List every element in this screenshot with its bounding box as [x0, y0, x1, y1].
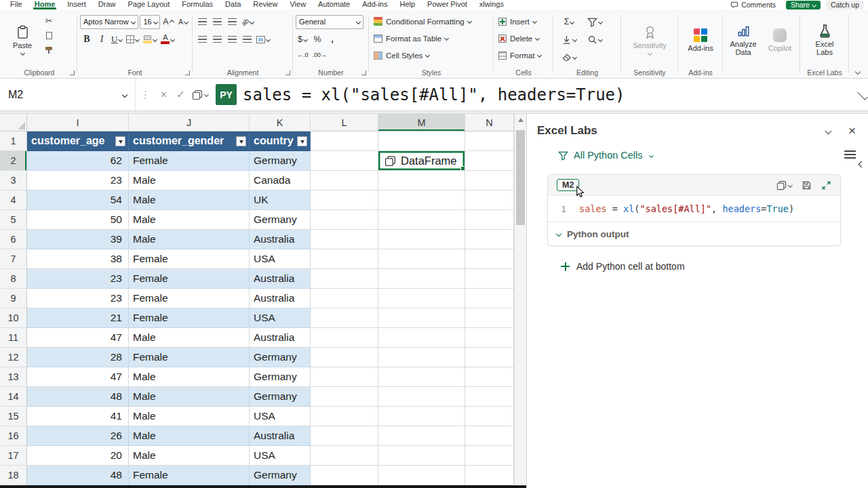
- font-dialog-launcher[interactable]: [185, 70, 190, 75]
- column-header-N[interactable]: N: [465, 114, 514, 131]
- data-cell[interactable]: 62: [27, 151, 129, 171]
- conditional-formatting-button[interactable]: Conditional Formatting: [372, 13, 491, 30]
- close-icon[interactable]: ×: [848, 126, 856, 136]
- empty-cell[interactable]: [311, 348, 378, 367]
- tab-xlwings[interactable]: xlwings: [473, 0, 510, 9]
- tab-draw[interactable]: Draw: [92, 0, 122, 9]
- data-cell[interactable]: Germany: [250, 348, 311, 367]
- empty-cell[interactable]: [465, 446, 514, 466]
- empty-cell[interactable]: [311, 269, 378, 289]
- empty-cell[interactable]: [465, 210, 514, 230]
- align-left-button[interactable]: [195, 32, 209, 47]
- number-dialog-launcher[interactable]: [361, 70, 366, 75]
- row-header-8[interactable]: 8: [0, 269, 27, 289]
- font-color-button[interactable]: A: [159, 32, 176, 47]
- empty-cell[interactable]: [465, 171, 514, 190]
- python-output-section[interactable]: Python output: [548, 222, 840, 245]
- empty-cell[interactable]: [311, 367, 378, 387]
- empty-cell[interactable]: [378, 131, 465, 151]
- row-header-15[interactable]: 15: [0, 407, 27, 426]
- fill-color-button[interactable]: [142, 32, 158, 47]
- data-cell[interactable]: Male: [129, 426, 250, 446]
- sensitivity-button[interactable]: Sensitivity: [631, 13, 668, 67]
- align-bottom-button[interactable]: [225, 14, 239, 29]
- autosum-button[interactable]: Σ: [562, 14, 576, 29]
- data-cell[interactable]: Australia: [250, 289, 311, 308]
- empty-cell[interactable]: [378, 171, 465, 190]
- tab-formulas[interactable]: Formulas: [176, 0, 219, 9]
- row-header-5[interactable]: 5: [0, 210, 27, 230]
- empty-cell[interactable]: [311, 387, 378, 407]
- empty-cell[interactable]: [465, 466, 514, 485]
- decrease-decimal-button[interactable]: .00→: [311, 47, 329, 62]
- empty-cell[interactable]: [465, 151, 514, 171]
- share-button[interactable]: Share: [786, 1, 821, 9]
- empty-cell[interactable]: [378, 328, 465, 348]
- data-cell[interactable]: Germany: [250, 367, 311, 387]
- pane-collapse-icon[interactable]: [825, 127, 831, 134]
- tab-review[interactable]: Review: [247, 0, 283, 9]
- empty-cell[interactable]: [465, 348, 514, 367]
- data-cell[interactable]: 48: [27, 387, 129, 407]
- find-select-button[interactable]: [586, 32, 604, 47]
- cancel-button[interactable]: ×: [155, 89, 172, 101]
- empty-cell[interactable]: [378, 249, 465, 269]
- analyze-data-button[interactable]: Analyze Data: [726, 13, 761, 67]
- tab-file[interactable]: File: [4, 0, 28, 9]
- empty-cell[interactable]: [378, 308, 465, 328]
- data-cell[interactable]: Germany: [250, 466, 311, 485]
- font-name-combo[interactable]: Aptos Narrow: [80, 15, 138, 29]
- filter-button[interactable]: [115, 136, 125, 146]
- column-header-L[interactable]: L: [311, 114, 378, 131]
- empty-cell[interactable]: [311, 328, 378, 348]
- empty-cell[interactable]: [465, 328, 514, 348]
- data-cell[interactable]: 28: [27, 348, 129, 367]
- comma-style-button[interactable]: ,: [326, 32, 339, 47]
- borders-button[interactable]: [125, 32, 140, 47]
- column-header-M[interactable]: M: [378, 114, 465, 131]
- select-all-corner[interactable]: [0, 114, 27, 131]
- data-cell[interactable]: Female: [129, 348, 250, 367]
- cut-button[interactable]: ✂: [42, 13, 56, 28]
- data-cell[interactable]: 21: [27, 308, 129, 328]
- italic-button[interactable]: I: [95, 32, 108, 47]
- fill-handle[interactable]: [460, 166, 465, 171]
- formula-input[interactable]: sales = xl("sales[#All]", headers=True): [243, 85, 625, 104]
- tab-help[interactable]: Help: [393, 0, 421, 9]
- python-output-type-button[interactable]: [192, 89, 208, 100]
- filter-button[interactable]: [297, 136, 307, 146]
- data-cell[interactable]: Female: [129, 269, 250, 289]
- data-cell[interactable]: Male: [129, 387, 250, 407]
- row-header-4[interactable]: 4: [0, 190, 27, 210]
- add-python-cell-button[interactable]: Add Python cell at bottom: [527, 246, 868, 272]
- empty-cell[interactable]: [311, 249, 378, 269]
- empty-cell[interactable]: [311, 151, 378, 171]
- empty-cell[interactable]: [378, 210, 465, 230]
- row-header-1[interactable]: 1: [0, 131, 27, 151]
- data-cell[interactable]: UK: [250, 190, 311, 210]
- row-header-2[interactable]: 2: [0, 151, 27, 171]
- empty-cell[interactable]: [311, 210, 378, 230]
- selected-cell-M2[interactable]: DataFrame: [378, 151, 465, 171]
- number-format-combo[interactable]: General: [296, 15, 363, 29]
- comments-button[interactable]: Comments: [726, 1, 781, 9]
- delete-cells-button[interactable]: Delete: [496, 30, 551, 47]
- catch-up-button[interactable]: Catch up: [826, 1, 864, 9]
- row-header-3[interactable]: 3: [0, 171, 27, 190]
- paste-button[interactable]: Paste: [4, 13, 41, 67]
- row-header-16[interactable]: 16: [0, 426, 27, 446]
- tab-page-layout[interactable]: Page Layout: [121, 0, 176, 9]
- empty-cell[interactable]: [378, 466, 465, 485]
- data-cell[interactable]: 23: [27, 269, 129, 289]
- save-icon[interactable]: [802, 180, 812, 190]
- clear-button[interactable]: [560, 49, 578, 64]
- font-size-combo[interactable]: 16: [140, 15, 160, 29]
- empty-cell[interactable]: [465, 387, 514, 407]
- column-header-K[interactable]: K: [250, 114, 311, 131]
- data-cell[interactable]: USA: [250, 249, 311, 269]
- addins-button[interactable]: Add-ins: [682, 13, 719, 67]
- empty-cell[interactable]: [378, 446, 465, 466]
- data-cell[interactable]: USA: [250, 407, 311, 426]
- bold-button[interactable]: B: [80, 32, 94, 47]
- copy-button[interactable]: [42, 28, 56, 43]
